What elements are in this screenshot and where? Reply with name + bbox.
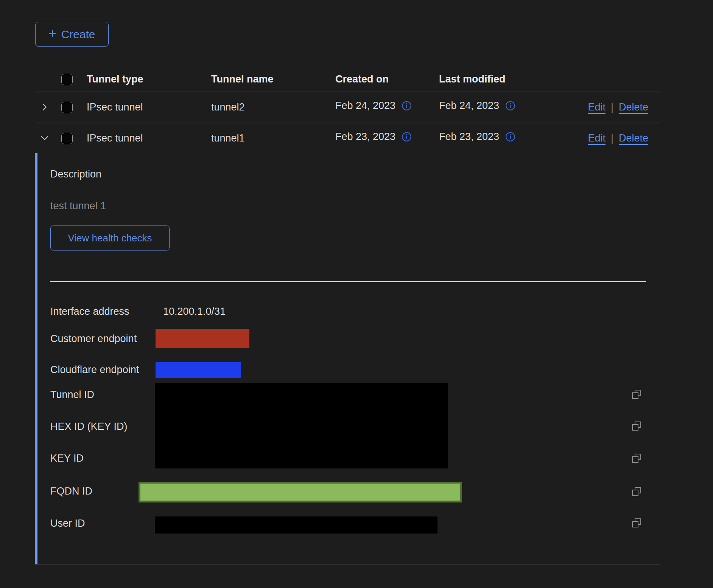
copy-icon[interactable] [631,518,642,528]
tunnel-name-cell: tunnel1 [211,132,245,144]
plus-icon: + [48,27,56,40]
tunnel-type-cell: IPsec tunnel [87,132,143,144]
chevron-right-icon[interactable] [39,102,50,112]
column-header-created-on: Created on [335,73,389,85]
edit-link[interactable]: Edit [588,132,606,144]
create-button[interactable]: + Create [35,22,109,47]
last-modified-date: Feb 24, 2023 [439,100,499,112]
cloudflare-endpoint-label: Cloudflare endpoint [50,364,139,376]
delete-link[interactable]: Delete [619,132,648,144]
user-id-redaction [155,516,437,534]
copy-icon[interactable] [631,421,642,431]
interface-address-label: Interface address [50,306,129,317]
created-on-date: Feb 23, 2023 [335,131,395,143]
edit-link[interactable]: Edit [588,101,606,113]
ids-redaction [155,383,448,468]
table-bottom-divider [35,564,660,565]
view-health-checks-button[interactable]: View health checks [50,226,170,250]
tunnel-id-label: Tunnel ID [50,389,94,401]
customer-endpoint-redaction [156,329,249,348]
column-header-last-modified: Last modified [439,73,506,85]
last-modified-cell: Feb 24, 2023 [439,100,515,112]
fqdn-id-label: FQDN ID [50,485,92,497]
fqdn-id-redaction [139,482,462,502]
actions-separator: | [611,132,613,144]
info-icon[interactable] [505,101,515,111]
copy-icon[interactable] [631,453,642,464]
section-divider [50,281,646,282]
tunnel-type-cell: IPsec tunnel [87,101,143,113]
copy-icon[interactable] [631,486,642,497]
row-divider [36,123,660,123]
hex-id-label: HEX ID (KEY ID) [50,421,128,432]
create-button-label: Create [61,28,95,41]
row-actions: Edit | Delete [588,101,648,113]
last-modified-date: Feb 23, 2023 [439,131,499,143]
tunnel-name-cell: tunnel2 [211,101,245,113]
delete-link[interactable]: Delete [619,101,648,113]
select-all-checkbox[interactable] [61,74,73,85]
header-divider [36,92,660,92]
copy-icon[interactable] [631,389,642,400]
row-checkbox[interactable] [61,102,73,113]
chevron-down-icon[interactable] [39,133,50,143]
created-on-date: Feb 24, 2023 [335,100,395,112]
created-on-cell: Feb 23, 2023 [335,131,412,143]
info-icon[interactable] [402,101,412,111]
column-header-tunnel-type: Tunnel type [87,73,143,85]
info-icon[interactable] [505,132,515,142]
customer-endpoint-label: Customer endpoint [50,333,137,345]
cloudflare-endpoint-redaction [156,362,241,378]
row-actions: Edit | Delete [588,132,648,144]
interface-address-value: 10.200.1.0/31 [163,306,226,317]
actions-separator: | [611,101,613,113]
last-modified-cell: Feb 23, 2023 [439,131,515,143]
column-header-tunnel-name: Tunnel name [211,73,274,85]
key-id-label: KEY ID [50,453,84,464]
row-checkbox[interactable] [61,133,73,144]
description-value: test tunnel 1 [50,200,106,212]
expanded-row-accent-bar [35,153,37,564]
user-id-label: User ID [50,518,85,529]
description-label: Description [50,168,101,180]
info-icon[interactable] [402,132,412,142]
created-on-cell: Feb 24, 2023 [335,100,412,112]
